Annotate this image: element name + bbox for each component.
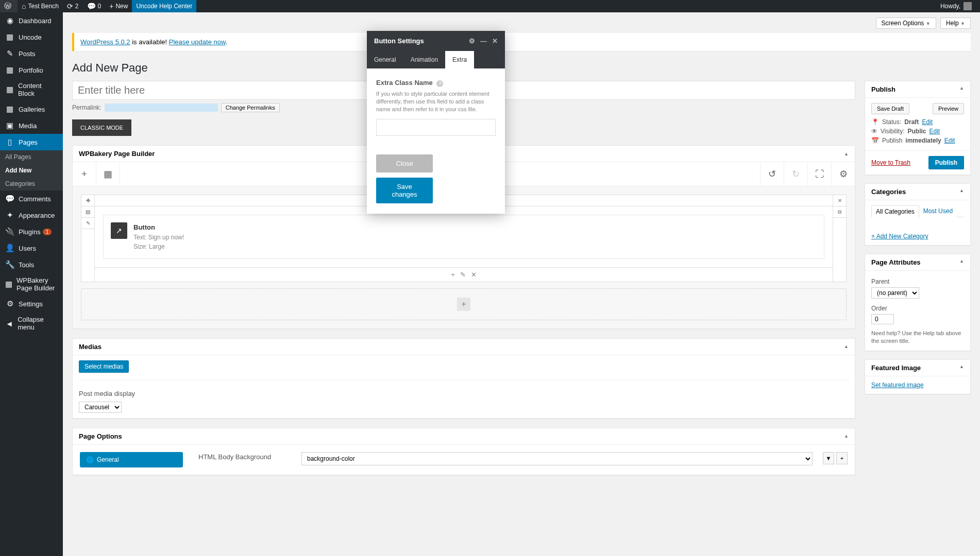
- cat-all-tab[interactable]: All Categories: [871, 205, 919, 217]
- wp-version-link[interactable]: WordPress 5.0.2: [80, 38, 130, 46]
- modal-tab-general[interactable]: General: [367, 51, 403, 68]
- help-center[interactable]: Uncode Help Center: [132, 0, 196, 12]
- update-now-link[interactable]: Please update now: [169, 38, 226, 46]
- collapse-icon: ▲: [844, 433, 849, 439]
- wpbakery-icon: ▦: [5, 280, 12, 289]
- menu-galleries[interactable]: ▦Galleries: [0, 101, 63, 117]
- permalink-url[interactable]: [105, 103, 218, 112]
- row-edit-button[interactable]: ✎: [81, 218, 94, 229]
- button-element[interactable]: ↗ Button Text: Sign up now! Size: Large: [103, 215, 824, 259]
- menu-comments[interactable]: 💬Comments: [0, 190, 63, 207]
- order-input[interactable]: [871, 314, 894, 324]
- menu-pages[interactable]: ▯Pages: [0, 134, 63, 150]
- posts-icon: ✎: [5, 49, 14, 58]
- help-icon[interactable]: ?: [436, 80, 443, 87]
- menu-appearance[interactable]: ✦Appearance: [0, 207, 63, 223]
- page-options-header[interactable]: Page Options▲: [73, 428, 855, 445]
- cat-most-used-tab[interactable]: Most Used: [919, 205, 957, 217]
- po-add-button[interactable]: +: [836, 452, 848, 464]
- row-clone-button[interactable]: ⧉: [833, 206, 846, 218]
- featured-image-header[interactable]: Featured Image▲: [865, 360, 970, 376]
- menu-users[interactable]: 👤Users: [0, 240, 63, 256]
- modal-minimize-icon[interactable]: —: [480, 37, 487, 45]
- add-category-link[interactable]: + Add New Category: [871, 233, 964, 240]
- parent-select[interactable]: (no parent): [871, 287, 919, 299]
- page-attributes-metabox: Page Attributes▲ Parent (no parent) Orde…: [865, 254, 971, 351]
- medias-panel-header[interactable]: Medias▲: [73, 339, 855, 355]
- menu-tools[interactable]: 🔧Tools: [0, 256, 63, 273]
- site-name[interactable]: ⌂Test Bench: [18, 0, 63, 12]
- row-columns-button[interactable]: ▤: [81, 206, 94, 218]
- menu-media[interactable]: ▣Media: [0, 117, 63, 134]
- menu-portfolio[interactable]: ▦Portfolio: [0, 62, 63, 78]
- column-add-button[interactable]: +: [451, 271, 455, 279]
- wp-logo[interactable]: Ⓦ: [0, 0, 18, 12]
- my-account[interactable]: Howdy,: [936, 0, 976, 12]
- updates[interactable]: ⟳2: [63, 0, 83, 12]
- publish-button[interactable]: Publish: [928, 156, 964, 169]
- help-button[interactable]: Help ▼: [940, 18, 971, 29]
- fullscreen-button[interactable]: ⛶: [807, 162, 831, 186]
- uncode-icon: ▦: [5, 32, 14, 42]
- comments-count[interactable]: 💬0: [83, 0, 106, 12]
- po-general-tab[interactable]: 🌐General: [80, 452, 183, 467]
- modal-save-button[interactable]: Save changes: [376, 178, 433, 203]
- row-delete-button[interactable]: ✕: [833, 195, 846, 206]
- move-to-trash-link[interactable]: Move to Trash: [871, 159, 910, 166]
- page-heading: Add New Page: [72, 61, 971, 75]
- po-dropdown-button[interactable]: ▼: [823, 452, 834, 464]
- portfolio-icon: ▦: [5, 65, 14, 75]
- add-element-button[interactable]: +: [73, 162, 96, 186]
- menu-posts[interactable]: ✎Posts: [0, 45, 63, 62]
- modal-close-button[interactable]: Close: [376, 154, 433, 172]
- classic-mode-button[interactable]: CLASSIC MODE: [72, 119, 131, 136]
- menu-plugins[interactable]: 🔌Plugins1: [0, 223, 63, 240]
- extra-class-input[interactable]: [376, 119, 496, 136]
- menu-wpbakery[interactable]: ▦WPBakery Page Builder: [0, 273, 63, 296]
- menu-content-block[interactable]: ▦Content Block: [0, 78, 63, 101]
- menu-uncode[interactable]: ▦Uncode: [0, 29, 63, 45]
- edit-visibility-link[interactable]: Edit: [929, 128, 940, 135]
- collapse-icon: ▲: [959, 364, 964, 372]
- publish-header[interactable]: Publish▲: [865, 81, 970, 98]
- button-element-icon: ↗: [111, 222, 127, 239]
- body-bg-select[interactable]: background-color: [301, 452, 813, 465]
- modal-settings-icon[interactable]: ⚙: [469, 37, 475, 45]
- admin-bar: Ⓦ ⌂Test Bench ⟳2 💬0 +New Uncode Help Cen…: [0, 0, 980, 12]
- column-edit-button[interactable]: ✎: [460, 271, 466, 279]
- edit-schedule-link[interactable]: Edit: [944, 137, 955, 144]
- set-featured-image-link[interactable]: Set featured image: [871, 381, 923, 389]
- avatar: [964, 2, 972, 10]
- preview-button[interactable]: Preview: [933, 103, 964, 114]
- categories-header[interactable]: Categories▲: [865, 184, 970, 200]
- submenu-add-new[interactable]: Add New: [0, 164, 63, 177]
- modal-tab-extra[interactable]: Extra: [445, 51, 474, 68]
- row-move-button[interactable]: ✥: [81, 195, 94, 206]
- menu-settings[interactable]: ⚙Settings: [0, 296, 63, 312]
- screen-options-button[interactable]: Screen Options ▼: [876, 18, 936, 29]
- modal-tab-animation[interactable]: Animation: [403, 51, 445, 68]
- redo-button[interactable]: ↻: [784, 162, 807, 186]
- edit-status-link[interactable]: Edit: [922, 118, 933, 126]
- column-delete-button[interactable]: ✕: [471, 271, 477, 279]
- permalink-label: Permalink:: [72, 104, 102, 111]
- pages-submenu: All Pages Add New Categories: [0, 150, 63, 190]
- submenu-all-pages[interactable]: All Pages: [0, 150, 63, 164]
- extra-class-label: Extra Class Name ?: [376, 79, 496, 87]
- menu-dashboard[interactable]: ◉Dashboard: [0, 12, 63, 29]
- post-media-select[interactable]: Carousel: [79, 402, 122, 413]
- page-settings-button[interactable]: ⚙: [831, 162, 855, 186]
- modal-close-icon[interactable]: ✕: [492, 37, 498, 45]
- globe-icon: 🌐: [86, 456, 94, 463]
- undo-button[interactable]: ↺: [760, 162, 784, 186]
- calendar-icon: 📅: [871, 137, 879, 144]
- select-medias-button[interactable]: Select medias: [79, 360, 129, 373]
- change-permalinks-button[interactable]: Change Permalinks: [221, 103, 280, 112]
- menu-collapse[interactable]: ◄Collapse menu: [0, 312, 63, 335]
- new-content[interactable]: +New: [105, 0, 132, 12]
- add-row-button[interactable]: +: [457, 298, 470, 311]
- add-template-button[interactable]: ▦: [96, 162, 120, 186]
- submenu-categories[interactable]: Categories: [0, 177, 63, 190]
- page-attributes-header[interactable]: Page Attributes▲: [865, 254, 970, 271]
- save-draft-button[interactable]: Save Draft: [871, 103, 909, 114]
